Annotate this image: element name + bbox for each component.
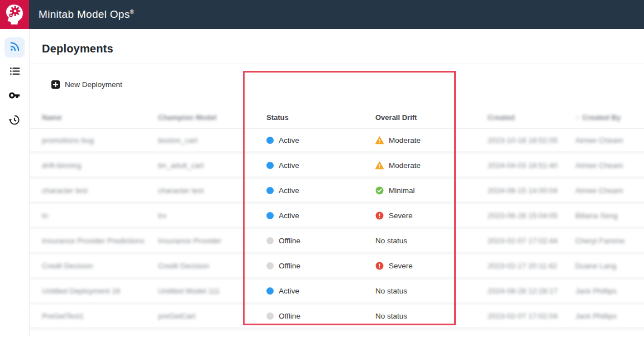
cell-created: 2023-10-18 18:52:05 bbox=[488, 136, 575, 145]
cell-champion-model: Credit Decision bbox=[158, 262, 266, 270]
status-label: Active bbox=[279, 211, 299, 220]
table-row[interactable]: Credit DecisionCredit DecisionOfflineSev… bbox=[30, 254, 644, 277]
status-active-dot-icon bbox=[266, 212, 274, 219]
cell-created-by: Duane Lang bbox=[575, 262, 641, 270]
drift-label: Minimal bbox=[389, 186, 415, 195]
cell-status: Active bbox=[266, 136, 375, 145]
cell-created-by: Biliana Seng bbox=[575, 211, 641, 220]
status-label: Active bbox=[279, 287, 299, 295]
cell-created: 2023-06-28 15:04:05 bbox=[488, 211, 575, 220]
column-header-status[interactable]: Status bbox=[266, 113, 375, 122]
cell-overall-drift: No status bbox=[375, 312, 488, 320]
sidebar-nav bbox=[0, 29, 30, 337]
column-header-label: Name bbox=[42, 113, 61, 122]
status-active-dot-icon bbox=[266, 287, 274, 295]
cell-name: character test bbox=[42, 186, 158, 195]
app-title: Minitab Model Ops® bbox=[39, 8, 134, 21]
sidebar-item-history[interactable] bbox=[4, 111, 25, 131]
drift-warning-triangle bbox=[375, 161, 384, 170]
toolbar: New Deployment bbox=[30, 73, 644, 95]
column-header-name[interactable]: Name bbox=[42, 113, 158, 122]
cell-overall-drift: Moderate bbox=[375, 136, 488, 145]
table-row[interactable]: PreGetTest1preGetCartOfflineNo status202… bbox=[30, 305, 644, 327]
status-offline-dot-icon bbox=[266, 262, 274, 269]
table-bottom-divider bbox=[30, 330, 644, 330]
key-icon bbox=[8, 89, 21, 104]
column-header-label: Status bbox=[266, 113, 289, 122]
list-icon bbox=[9, 65, 21, 79]
status-label: Active bbox=[279, 186, 299, 195]
cell-name: PreGetTest1 bbox=[42, 312, 158, 320]
status-label: Offline bbox=[279, 312, 300, 320]
status-label: Active bbox=[279, 136, 299, 145]
new-deployment-label: New Deployment bbox=[65, 80, 122, 89]
column-header-created[interactable]: Created bbox=[488, 113, 575, 122]
rss-broadcast-icon bbox=[9, 41, 21, 55]
column-header-label: Champion Model bbox=[158, 113, 217, 122]
history-clock-icon bbox=[8, 114, 21, 128]
cell-status: Offline bbox=[266, 312, 375, 320]
cell-champion-model: boston_cart bbox=[158, 136, 266, 145]
sidebar-item-api-keys[interactable] bbox=[4, 86, 25, 107]
cell-created: 2024-06-15 14:00:04 bbox=[488, 186, 575, 195]
drift-label: Moderate bbox=[389, 136, 421, 145]
cell-name: Untitled Deployment 16 bbox=[42, 287, 158, 295]
drift-label: Severe bbox=[389, 211, 413, 220]
column-header-label: Created By bbox=[583, 113, 621, 122]
column-header-created_by[interactable]: ↑Created By bbox=[575, 113, 641, 122]
cell-overall-drift: Minimal bbox=[375, 186, 488, 195]
drift-label: No status bbox=[375, 237, 407, 245]
cell-name: Credit Decision bbox=[42, 262, 158, 270]
status-label: Offline bbox=[279, 237, 300, 245]
cell-champion-model: character test bbox=[158, 186, 266, 195]
column-header-drift[interactable]: Overall Drift bbox=[375, 113, 488, 122]
page-header: Deployments bbox=[30, 29, 644, 64]
table-row[interactable]: Insurance Provider PredictionsInsurance … bbox=[30, 229, 644, 252]
cell-created-by: Jack Phillips bbox=[575, 287, 641, 295]
new-deployment-button[interactable]: New Deployment bbox=[51, 80, 122, 89]
table-row[interactable]: drift-binningbn_adult_cartActiveModerate… bbox=[30, 154, 644, 176]
drift-label: No status bbox=[375, 287, 407, 295]
cell-name: promotions bug bbox=[42, 136, 158, 145]
drift-error-circle bbox=[375, 262, 384, 270]
cell-overall-drift: Severe bbox=[375, 211, 488, 220]
status-active-dot-icon bbox=[266, 187, 274, 194]
top-bar: Minitab Model Ops® bbox=[0, 0, 644, 29]
cell-created-by: Aimee Cheam bbox=[575, 136, 641, 145]
cell-champion-model: trv bbox=[158, 211, 266, 220]
cell-created-by: Aimee Cheam bbox=[575, 186, 641, 195]
drift-warning-triangle bbox=[375, 136, 384, 145]
status-active-dot-icon bbox=[266, 162, 274, 169]
sidebar-item-list[interactable] bbox=[4, 62, 25, 82]
cell-champion-model: Insurance Provider bbox=[158, 237, 266, 245]
column-header-label: Created bbox=[488, 113, 514, 122]
column-header-champion_model[interactable]: Champion Model bbox=[158, 113, 266, 122]
cell-status: Active bbox=[266, 211, 375, 220]
cell-champion-model: bn_adult_cart bbox=[158, 161, 266, 170]
registered-mark: ® bbox=[130, 9, 135, 15]
minitab-logo-icon bbox=[0, 0, 29, 29]
sidebar-item-deployments[interactable] bbox=[4, 37, 25, 57]
cell-created: 2024-08-28 12:28:17 bbox=[488, 287, 575, 295]
table-row[interactable]: Untitled Deployment 16Untitled Model 111… bbox=[30, 280, 644, 302]
status-active-dot-icon bbox=[266, 137, 274, 144]
cell-status: Offline bbox=[266, 237, 375, 245]
cell-name: tn bbox=[42, 211, 158, 220]
status-label: Offline bbox=[279, 262, 300, 270]
drift-label: Moderate bbox=[389, 161, 421, 170]
cell-created-by: Cheryl Famme bbox=[575, 237, 641, 245]
status-label: Active bbox=[279, 161, 299, 170]
table-row[interactable]: promotions bugboston_cartActiveModerate2… bbox=[30, 129, 644, 151]
sort-ascending-icon: ↑ bbox=[575, 113, 579, 122]
table-row[interactable]: character testcharacter testActiveMinima… bbox=[30, 179, 644, 201]
cell-status: Active bbox=[266, 186, 375, 195]
cell-overall-drift: Moderate bbox=[375, 161, 488, 170]
cell-champion-model: Untitled Model 111 bbox=[158, 287, 266, 295]
cell-overall-drift: No status bbox=[375, 237, 488, 245]
drift-label: Severe bbox=[389, 262, 413, 270]
table-row[interactable]: tntrvActiveSevere2023-06-28 15:04:05Bili… bbox=[30, 204, 644, 227]
table-body: promotions bugboston_cartActiveModerate2… bbox=[30, 129, 644, 330]
status-offline-dot-icon bbox=[266, 312, 274, 320]
main-content: Deployments New Deployment NameChampion … bbox=[30, 29, 644, 337]
drift-label: No status bbox=[375, 312, 407, 320]
